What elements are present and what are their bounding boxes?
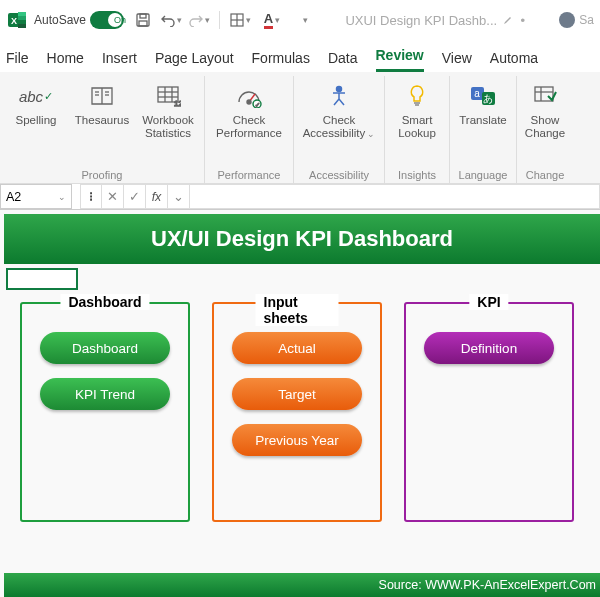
tab-home[interactable]: Home — [47, 50, 84, 72]
autosave-state: On — [114, 15, 126, 25]
svg-text:a: a — [474, 88, 480, 99]
gauge-icon: ✓ — [235, 78, 263, 114]
svg-rect-2 — [18, 16, 26, 20]
svg-point-23 — [247, 100, 251, 104]
tab-automate[interactable]: Automa — [490, 50, 538, 72]
show-changes-button[interactable]: Show Change — [521, 76, 569, 140]
svg-rect-1 — [18, 12, 26, 16]
tab-review[interactable]: Review — [376, 47, 424, 72]
definition-button[interactable]: Definition — [424, 332, 554, 364]
borders-icon[interactable]: ▾ — [229, 9, 251, 31]
footer-text: Source: WWW.PK-AnExcelExpert.Com — [379, 578, 596, 592]
group-accessibility: Check Accessibility⌄ Accessibility — [294, 76, 385, 183]
group-label: Insights — [398, 166, 436, 183]
svg-text:あ: あ — [483, 93, 493, 104]
active-cell[interactable] — [6, 268, 78, 290]
translate-button[interactable]: aあ Translate — [454, 76, 512, 127]
redo-icon[interactable]: ▾ — [188, 9, 210, 31]
document-title: UXUI Design KPI Dashb... • — [321, 13, 553, 28]
actual-button[interactable]: Actual — [232, 332, 362, 364]
formula-bar: A2 ⌄ ⁝ ✕ ✓ fx ⌄ — [0, 184, 600, 210]
svg-text:✓: ✓ — [255, 102, 260, 108]
panel-title: Input sheets — [256, 294, 339, 326]
spelling-button[interactable]: abc✓ Spelling — [4, 76, 68, 127]
svg-point-26 — [337, 87, 342, 92]
dashboard-footer: Source: WWW.PK-AnExcelExpert.Com — [4, 573, 600, 597]
smart-lookup-button[interactable]: Smart Lookup — [389, 76, 445, 140]
autosave-toggle[interactable]: AutoSave On — [34, 11, 126, 29]
pencil-icon — [503, 15, 513, 25]
ribbon: abc✓ Spelling Thesaurus 123 Workbook Sta… — [0, 72, 600, 184]
tab-insert[interactable]: Insert — [102, 50, 137, 72]
workbook-statistics-button[interactable]: 123 Workbook Statistics — [136, 76, 200, 140]
svg-rect-3 — [18, 20, 26, 24]
user-name: Sa — [579, 13, 594, 27]
changes-icon — [532, 78, 558, 114]
tab-formulas[interactable]: Formulas — [252, 50, 310, 72]
svg-text:X: X — [11, 16, 17, 26]
tab-page-layout[interactable]: Page Layout — [155, 50, 234, 72]
tab-row: File Home Insert Page Layout Formulas Da… — [0, 40, 600, 72]
accessibility-icon — [326, 78, 352, 114]
worksheet[interactable]: UX/UI Design KPI Dashboard Dashboard Das… — [0, 210, 600, 597]
svg-text:123: 123 — [174, 99, 181, 108]
chevron-down-icon[interactable]: ⌄ — [168, 184, 190, 209]
panel-title: Dashboard — [60, 294, 149, 310]
fx-icon[interactable]: fx — [146, 184, 168, 209]
group-language: aあ Translate Language — [450, 76, 517, 183]
tab-data[interactable]: Data — [328, 50, 358, 72]
group-proofing: abc✓ Spelling Thesaurus 123 Workbook Sta… — [0, 76, 205, 183]
workbook-stats-icon: 123 — [155, 78, 181, 114]
font-color-icon[interactable]: A▾ — [257, 9, 287, 31]
check-accessibility-button[interactable]: Check Accessibility⌄ — [298, 76, 380, 140]
group-label: Change — [526, 166, 565, 183]
spelling-icon: abc✓ — [19, 78, 53, 114]
formula-input[interactable] — [190, 184, 600, 209]
autosave-label: AutoSave — [34, 13, 86, 27]
qat-customize-icon[interactable]: ▾ — [293, 9, 315, 31]
panel-kpi: KPI Definition — [404, 302, 574, 522]
title-bar: X AutoSave On ▾ ▾ ▾ A▾ ▾ UXUI Design KPI… — [0, 0, 600, 40]
dashboard-title: UX/UI Design KPI Dashboard — [151, 226, 453, 252]
thesaurus-icon — [89, 78, 115, 114]
tab-file[interactable]: File — [6, 50, 29, 72]
lightbulb-icon — [406, 78, 428, 114]
target-button[interactable]: Target — [232, 378, 362, 410]
panel-dashboard: Dashboard Dashboard KPI Trend — [20, 302, 190, 522]
previous-year-button[interactable]: Previous Year — [232, 424, 362, 456]
thesaurus-button[interactable]: Thesaurus — [70, 76, 134, 127]
chevron-down-icon[interactable]: ⌄ — [58, 192, 66, 202]
panel-title: KPI — [469, 294, 508, 310]
undo-icon[interactable]: ▾ — [160, 9, 182, 31]
group-changes: Show Change Change — [517, 76, 573, 183]
cancel-icon[interactable]: ✕ — [102, 184, 124, 209]
excel-icon: X — [6, 9, 28, 31]
save-icon[interactable] — [132, 9, 154, 31]
group-performance: ✓ Check Performance Performance — [205, 76, 294, 183]
kpi-trend-button[interactable]: KPI Trend — [40, 378, 170, 410]
group-label: Language — [459, 166, 508, 183]
group-label: Performance — [218, 166, 281, 183]
user-account[interactable]: Sa — [559, 12, 594, 28]
panel-input-sheets: Input sheets Actual Target Previous Year — [212, 302, 382, 522]
avatar — [559, 12, 575, 28]
group-label: Accessibility — [309, 166, 369, 183]
dashboard-button[interactable]: Dashboard — [40, 332, 170, 364]
svg-rect-8 — [139, 21, 147, 26]
enter-icon[interactable]: ✓ — [124, 184, 146, 209]
svg-rect-4 — [18, 24, 26, 28]
name-box[interactable]: A2 ⌄ — [0, 184, 72, 209]
check-performance-button[interactable]: ✓ Check Performance — [209, 76, 289, 140]
translate-icon: aあ — [469, 78, 497, 114]
svg-rect-7 — [140, 14, 146, 18]
dashboard-header: UX/UI Design KPI Dashboard — [4, 214, 600, 264]
group-insights: Smart Lookup Insights — [385, 76, 450, 183]
group-label: Proofing — [82, 166, 123, 183]
tab-view[interactable]: View — [442, 50, 472, 72]
